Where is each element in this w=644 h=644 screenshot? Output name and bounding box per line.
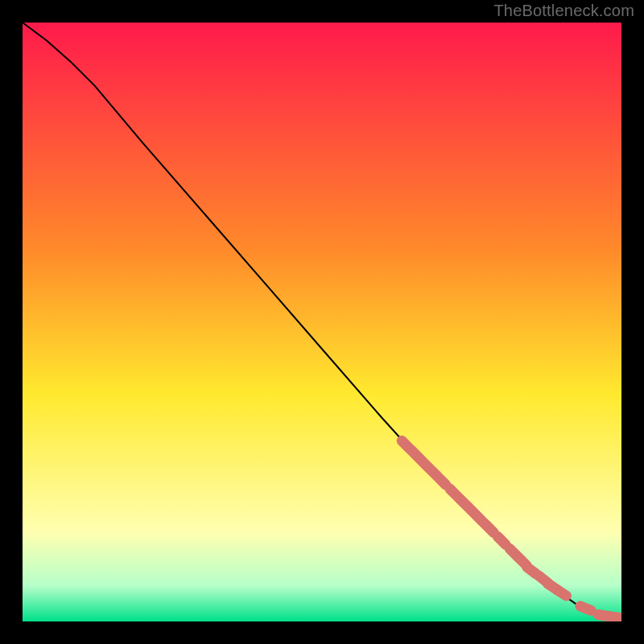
- plot-area: [23, 23, 621, 621]
- watermark-text: TheBottleneck.com: [493, 2, 634, 20]
- marker-point: [497, 537, 506, 545]
- chart-frame: TheBottleneck.com: [0, 0, 644, 644]
- marker-point: [580, 606, 591, 610]
- marker-point: [485, 525, 493, 533]
- chart-svg: [23, 23, 621, 621]
- marker-point: [557, 590, 567, 597]
- marker-point: [527, 568, 536, 574]
- marker-point: [610, 617, 621, 618]
- marker-point: [438, 477, 446, 485]
- gradient-background: [23, 23, 621, 621]
